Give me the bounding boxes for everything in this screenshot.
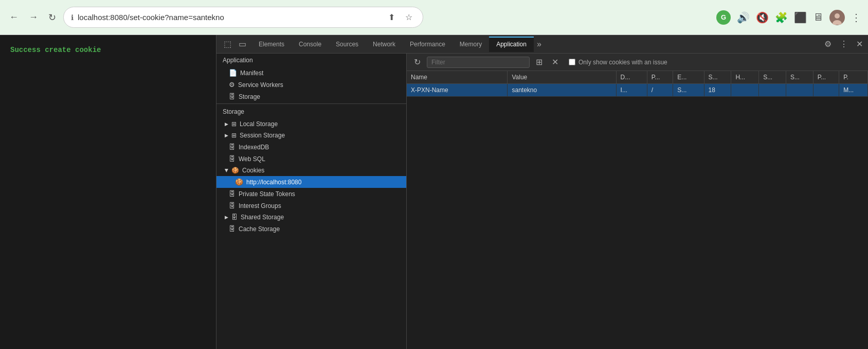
interest-groups-icon: 🗄 (229, 202, 236, 210)
tab-performance[interactable]: Performance (403, 37, 453, 52)
reload-button[interactable]: ↻ (45, 10, 59, 25)
interest-groups-label: Interest Groups (239, 202, 281, 210)
cookies-table-wrapper: Name Value D... P... E... S... H... S...… (407, 71, 868, 349)
local-storage-label: Local Storage (240, 120, 278, 128)
only-show-issues-checkbox[interactable] (569, 59, 575, 65)
sidebar-item-cookies-url[interactable]: 🍪 http://localhost:8080 (216, 176, 406, 188)
cell-size: 18 (704, 84, 731, 97)
devtools-menu-button[interactable]: ⋮ (837, 37, 851, 51)
sidebar-item-manifest[interactable]: 📄 Manifest (216, 67, 406, 79)
main-layout: Success create cookie ⬚ ▭ Elements Conso… (0, 35, 868, 349)
local-storage-icon: ⊞ (231, 120, 237, 128)
private-state-tokens-label: Private State Tokens (239, 190, 295, 198)
tab-application[interactable]: Application (489, 37, 534, 52)
col-header-domain: D... (616, 71, 647, 84)
local-storage-expand-icon: ▶ (225, 121, 228, 127)
tab-memory[interactable]: Memory (453, 37, 489, 52)
back-button[interactable]: ← (6, 10, 22, 25)
more-tabs-button[interactable]: » (534, 38, 545, 51)
sidebar-item-cache-storage[interactable]: 🗄 Cache Storage (216, 223, 406, 235)
service-workers-icon: ⚙ (229, 81, 235, 89)
clear-filter-button[interactable]: ✕ (549, 56, 562, 68)
cookies-toolbar: ↻ ⊞ ✕ Only show cookies with an issue (407, 54, 868, 71)
tab-network[interactable]: Network (366, 37, 403, 52)
manifest-icon: 📄 (229, 69, 237, 77)
cell-path: / (647, 84, 673, 97)
table-row[interactable]: X-PXN-Name santekno I... / S... 18 M (407, 84, 868, 97)
sidebar-item-shared-storage[interactable]: ▶ 🗄 Shared Storage (216, 212, 406, 223)
service-workers-label: Service Workers (238, 81, 283, 89)
cookies-expand-icon: ▶ (224, 169, 229, 172)
refresh-cookies-button[interactable]: ↻ (411, 56, 424, 68)
mute-icon: 🔇 (756, 11, 769, 24)
cell-http (731, 84, 759, 97)
forward-button[interactable]: → (26, 10, 41, 25)
shared-storage-expand-icon: ▶ (225, 215, 228, 220)
session-storage-expand-icon: ▶ (225, 133, 228, 138)
col-header-priority: P... (813, 71, 839, 84)
tab-elements[interactable]: Elements (251, 37, 292, 52)
session-storage-label: Session Storage (240, 132, 285, 139)
sidebar-item-web-sql[interactable]: 🗄 Web SQL (216, 153, 406, 165)
browser-chrome: ← → ↻ ℹ localhost:8080/set-cookie?name=s… (0, 0, 868, 35)
only-show-issues-label[interactable]: Only show cookies with an issue (569, 59, 667, 66)
tab-console[interactable]: Console (292, 37, 329, 52)
puzzle-icon: 🧩 (775, 11, 788, 24)
cast-icon: 🖥 (813, 11, 823, 23)
cookies-label: Cookies (242, 167, 264, 174)
browser-menu-button[interactable]: ⋮ (851, 11, 862, 24)
sidebar-item-local-storage[interactable]: ▶ ⊞ Local Storage (216, 118, 406, 130)
avatar (829, 10, 845, 25)
close-devtools-button[interactable]: ✕ (853, 37, 866, 51)
bookmark-icon[interactable]: ☆ (402, 10, 415, 24)
web-sql-icon: 🗄 (229, 155, 236, 163)
inspect-icon[interactable]: ⬚ (221, 37, 234, 51)
sidebar-item-service-workers[interactable]: ⚙ Service Workers (216, 79, 406, 91)
cookies-url-label: http://localhost:8080 (246, 179, 301, 186)
storage-top-icon: 🗄 (229, 93, 236, 100)
device-icon[interactable]: ▭ (236, 37, 249, 51)
cache-storage-icon: 🗄 (229, 225, 236, 233)
sidebar-item-cookies[interactable]: ▶ 🍪 Cookies (216, 165, 406, 176)
devtools-tabs: ⬚ ▭ Elements Console Sources Network Per… (216, 35, 868, 54)
cell-samesite (786, 84, 813, 97)
share-icon[interactable]: ⬆ (385, 10, 398, 24)
sidebar-divider-1 (216, 103, 406, 104)
page-content: Success create cookie (0, 35, 216, 349)
filter-options-button[interactable]: ⊞ (533, 56, 546, 68)
tab-sources[interactable]: Sources (329, 37, 366, 52)
devtools-sidebar: Application 📄 Manifest ⚙ Service Workers… (216, 54, 407, 349)
success-message: Success create cookie (10, 46, 101, 54)
col-header-secure: S... (759, 71, 786, 84)
filter-input[interactable] (427, 57, 530, 68)
application-section-header: Application (216, 54, 406, 67)
cell-secure (759, 84, 786, 97)
devtools-tab-icons: ⬚ ▭ (219, 37, 251, 51)
cell-domain: I... (616, 84, 647, 97)
info-icon: ℹ (71, 13, 74, 22)
sidebar-item-interest-groups[interactable]: 🗄 Interest Groups (216, 200, 406, 212)
sidebar-item-session-storage[interactable]: ▶ ⊞ Session Storage (216, 130, 406, 141)
sidebar-item-private-state-tokens[interactable]: 🗄 Private State Tokens (216, 188, 406, 200)
cell-priority (813, 84, 839, 97)
media-icon: ⬛ (794, 11, 807, 24)
sidebar-item-indexeddb[interactable]: 🗄 IndexedDB (216, 141, 406, 153)
cookies-table-header-row: Name Value D... P... E... S... H... S...… (407, 71, 868, 84)
col-header-samesite: S... (786, 71, 813, 84)
shared-storage-label: Shared Storage (241, 214, 284, 221)
cookies-table: Name Value D... P... E... S... H... S...… (407, 71, 868, 97)
devtools-main: ↻ ⊞ ✕ Only show cookies with an issue N (407, 54, 868, 349)
devtools-panel: ⬚ ▭ Elements Console Sources Network Per… (216, 35, 868, 349)
col-header-size: S... (704, 71, 731, 84)
indexeddb-label: IndexedDB (239, 144, 269, 151)
col-header-partkey: P. (839, 71, 868, 84)
devtools-tab-actions: ⚙ ⋮ ✕ (821, 37, 866, 51)
sidebar-item-storage-top[interactable]: 🗄 Storage (216, 91, 406, 102)
settings-button[interactable]: ⚙ (821, 37, 835, 51)
cookies-icon: 🍪 (231, 167, 239, 174)
col-header-path: P... (647, 71, 673, 84)
storage-section-header: Storage (216, 105, 406, 118)
manifest-label: Manifest (240, 69, 263, 77)
grammarly-icon: G (716, 10, 731, 25)
cell-expires: S... (673, 84, 704, 97)
